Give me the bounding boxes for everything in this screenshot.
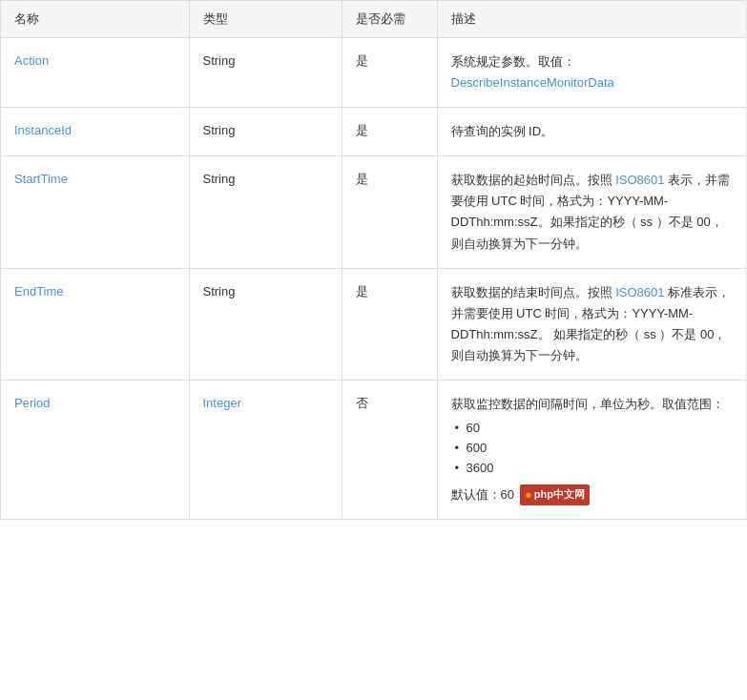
table-row: Action String 是 系统规定参数。取值： DescribeInsta… — [1, 38, 746, 108]
param-required: 是 — [342, 38, 437, 108]
param-required: 否 — [342, 381, 437, 520]
endtime-link[interactable]: EndTime — [14, 284, 64, 299]
param-desc: 系统规定参数。取值： DescribeInstanceMonitorData — [437, 38, 746, 108]
starttime-link[interactable]: StartTime — [14, 172, 68, 186]
iso8601-link-start[interactable]: ISO8601 — [615, 173, 664, 187]
api-params-table: 名称 类型 是否必需 描述 Action String 是 系统规定参数。取值：… — [0, 0, 747, 520]
header-name: 名称 — [1, 1, 189, 38]
header-required: 是否必需 — [342, 1, 437, 38]
php-dot: ● — [525, 485, 532, 505]
param-required: 是 — [342, 268, 437, 380]
param-type: String — [189, 268, 342, 380]
list-item: 3600 — [455, 459, 734, 479]
param-type: String — [189, 38, 342, 108]
param-type: String — [189, 156, 342, 268]
param-name: InstanceId — [1, 108, 189, 156]
param-name: Period — [1, 381, 189, 520]
param-desc: 待查询的实例 ID。 — [437, 108, 746, 156]
table-row: StartTime String 是 获取数据的起始时间点。按照 ISO8601… — [1, 156, 746, 268]
param-desc: 获取数据的起始时间点。按照 ISO8601 表示，并需要使用 UTC 时间，格式… — [437, 156, 746, 268]
table-row: EndTime String 是 获取数据的结束时间点。按照 ISO8601 标… — [1, 268, 746, 380]
param-type: String — [189, 108, 342, 156]
integer-type-link[interactable]: Integer — [203, 396, 241, 410]
describe-instance-link[interactable]: DescribeInstanceMonitorData — [451, 75, 614, 90]
param-required: 是 — [342, 108, 437, 156]
param-name: StartTime — [1, 156, 189, 268]
table-row: InstanceId String 是 待查询的实例 ID。 — [1, 108, 746, 156]
param-desc: 获取数据的结束时间点。按照 ISO8601 标准表示，并需要使用 UTC 时间，… — [437, 268, 746, 380]
header-desc: 描述 — [437, 1, 746, 38]
param-required: 是 — [342, 156, 437, 268]
list-item: 60 — [455, 419, 734, 439]
period-link[interactable]: Period — [14, 396, 51, 410]
default-value-row: 默认值：60 ●php中文网 — [451, 484, 734, 506]
header-type: 类型 — [189, 1, 342, 38]
period-values: 60 600 3600 — [451, 419, 734, 478]
default-label: 默认值：60 — [451, 485, 514, 505]
action-link[interactable]: Action — [14, 53, 49, 68]
list-item: 600 — [455, 439, 734, 459]
instanceid-link[interactable]: InstanceId — [14, 123, 72, 137]
table-row: Period Integer 否 获取监控数据的间隔时间，单位为秒。取值范围： … — [1, 381, 746, 520]
param-name: Action — [1, 38, 189, 108]
param-name: EndTime — [1, 268, 189, 380]
php-badge: ●php中文网 — [520, 484, 590, 506]
param-desc: 获取监控数据的间隔时间，单位为秒。取值范围： 60 600 3600 默认值：6… — [437, 381, 746, 520]
iso8601-link-end[interactable]: ISO8601 — [615, 285, 664, 299]
param-type: Integer — [189, 381, 342, 520]
